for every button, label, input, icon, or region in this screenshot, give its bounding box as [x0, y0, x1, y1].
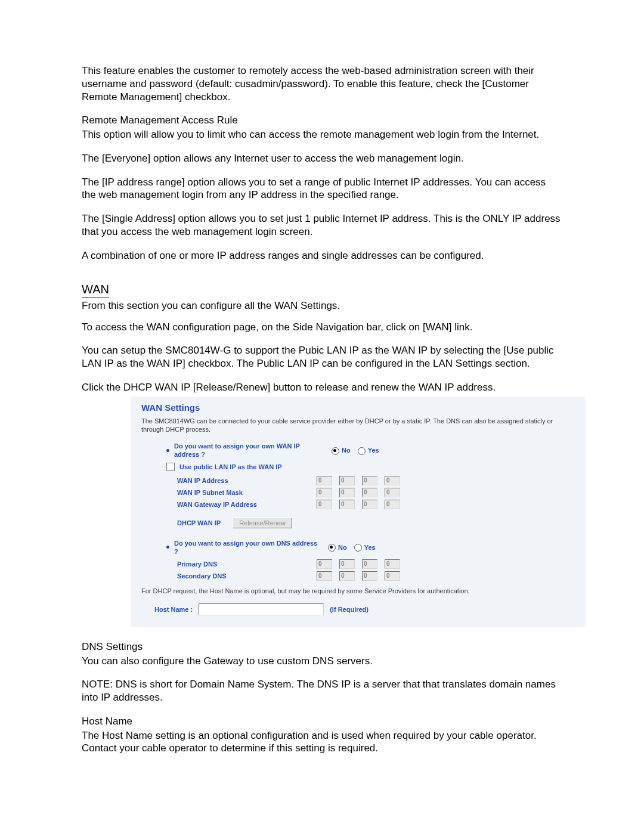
row-use-public-lan: Use public LAN IP as the WAN IP	[141, 463, 575, 471]
wan-ip-octet-2[interactable]: 0	[339, 476, 355, 485]
pri-dns-octet-3[interactable]: 0	[362, 559, 377, 569]
page: This feature enables the customer to rem…	[0, 0, 644, 833]
row-wan-ip: WAN IP Address 0 0 0 0	[141, 476, 575, 485]
label-dhcp-wan-ip: DHCP WAN IP	[177, 519, 221, 527]
paragraph-remote-desc: This option will allow you to limit who …	[82, 128, 562, 141]
label-wan-gateway: WAN Gateway IP Address	[177, 500, 317, 509]
release-renew-button[interactable]: Release/Renew	[233, 518, 292, 528]
label-no: No	[338, 543, 347, 552]
paragraph-wan-intro: From this section you can configure all …	[82, 299, 562, 312]
wan-gw-octet-1[interactable]: 0	[317, 500, 332, 509]
paragraph-everyone: The [Everyone] option allows any Interne…	[82, 152, 562, 165]
bullet-icon	[166, 546, 169, 549]
sec-dns-octet-4[interactable]: 0	[385, 571, 400, 581]
label-use-public-lan: Use public LAN IP as the WAN IP	[179, 463, 282, 471]
wan-subnet-octet-1[interactable]: 0	[317, 488, 332, 497]
wan-gw-octet-3[interactable]: 0	[362, 500, 377, 509]
radio-wan-yes[interactable]	[358, 447, 366, 455]
pri-dns-octet-2[interactable]: 0	[339, 559, 355, 569]
wan-subnet-octet-4[interactable]: 0	[385, 488, 400, 497]
paragraph-public-lan: You can setup the SMC8014W-G to support …	[82, 344, 562, 370]
paragraph-intro: This feature enables the customer to rem…	[82, 64, 562, 103]
row-dhcp-wan-ip: DHCP WAN IP Release/Renew	[141, 518, 575, 528]
dhcp-hostname-note: For DHCP request, the Host Name is optio…	[141, 587, 575, 595]
host-name-input[interactable]	[199, 603, 324, 615]
question-assign-wan-ip: Do you want to assign your own WAN IP ad…	[141, 442, 575, 459]
sec-dns-octet-3[interactable]: 0	[362, 571, 377, 581]
panel-title: WAN Settings	[141, 402, 575, 413]
paragraph-combination: A combination of one or more IP address …	[82, 249, 562, 262]
question-dns-text: Do you want to assign your own DNS addre…	[174, 539, 321, 556]
row-secondary-dns: Secondary DNS 0 0 0 0	[141, 571, 575, 581]
row-wan-gateway: WAN Gateway IP Address 0 0 0 0	[141, 500, 575, 509]
pri-dns-octet-4[interactable]: 0	[385, 559, 400, 569]
paragraph-single-address: The [Single Address] option allows you t…	[82, 212, 562, 239]
row-primary-dns: Primary DNS 0 0 0 0	[141, 559, 575, 569]
paragraph-ip-range: The [IP address range] option allows you…	[82, 176, 562, 202]
paragraph-dns-desc: You can also configure the Gateway to us…	[82, 655, 562, 668]
label-if-required: (If Required)	[330, 605, 369, 614]
label-wan-ip: WAN IP Address	[177, 476, 317, 485]
bullet-icon	[166, 449, 169, 452]
wan-ip-octet-1[interactable]: 0	[317, 476, 332, 485]
paragraph-wan-nav: To access the WAN configuration page, on…	[82, 321, 562, 334]
wan-settings-panel: WAN Settings The SMC8014WG can be connec…	[131, 397, 586, 627]
wan-subnet-octet-2[interactable]: 0	[339, 488, 355, 497]
wan-gw-octet-2[interactable]: 0	[339, 500, 355, 509]
wan-gw-octet-4[interactable]: 0	[385, 500, 400, 509]
wan-subnet-octet-3[interactable]: 0	[362, 488, 377, 497]
label-primary-dns: Primary DNS	[177, 560, 317, 568]
label-secondary-dns: Secondary DNS	[177, 572, 317, 580]
heading-wan: WAN	[82, 282, 109, 298]
sec-dns-octet-2[interactable]: 0	[339, 571, 355, 581]
row-host-name: Host Name : (If Required)	[141, 603, 575, 615]
pri-dns-octet-1[interactable]: 0	[317, 559, 332, 569]
question-wan-text: Do you want to assign your own WAN IP ad…	[174, 442, 324, 459]
label-wan-subnet: WAN IP Subnet Mask	[177, 488, 317, 497]
radio-dns-yes[interactable]	[354, 544, 362, 552]
question-assign-dns: Do you want to assign your own DNS addre…	[141, 539, 575, 556]
radio-wan-no[interactable]	[332, 447, 339, 455]
row-wan-subnet: WAN IP Subnet Mask 0 0 0 0	[141, 488, 575, 497]
panel-description: The SMC8014WG can be connected to your c…	[141, 417, 575, 434]
label-host-name: Host Name :	[154, 605, 193, 614]
paragraph-release-renew: Click the DHCP WAN IP [Release/Renew] bu…	[82, 381, 562, 394]
checkbox-use-public-lan[interactable]	[166, 463, 175, 471]
paragraph-dns-note: NOTE: DNS is short for Domain Name Syste…	[82, 678, 562, 704]
heading-dns-settings: DNS Settings	[82, 640, 562, 654]
heading-remote-rule: Remote Management Access Rule	[82, 114, 562, 127]
wan-ip-octet-4[interactable]: 0	[385, 476, 400, 485]
label-yes: Yes	[368, 446, 379, 454]
label-yes: Yes	[364, 543, 376, 552]
sec-dns-octet-1[interactable]: 0	[317, 571, 332, 581]
wan-ip-octet-3[interactable]: 0	[362, 476, 377, 485]
paragraph-host-desc: The Host Name setting is an optional con…	[82, 729, 562, 755]
heading-host-name: Host Name	[82, 715, 562, 728]
label-no: No	[342, 446, 351, 454]
radio-dns-no[interactable]	[328, 544, 336, 552]
